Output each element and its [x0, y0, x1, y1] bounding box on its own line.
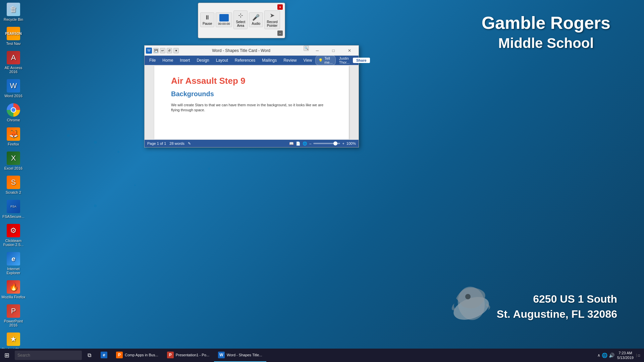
menu-review[interactable]: Review — [280, 56, 300, 65]
print-layout-icon[interactable]: 📄 — [296, 141, 301, 146]
word-document-subtitle: Backgrounds — [171, 90, 332, 98]
desktop-icon-test-nav[interactable]: PEARSON Test Nav — [0, 24, 27, 48]
desktop-icon-clickteam[interactable]: ⚙ Clickteam Fusion 2.5... — [0, 221, 27, 249]
menu-home[interactable]: Home — [159, 56, 176, 65]
recording-toolbar-close-button[interactable]: ✕ — [277, 4, 283, 10]
desktop-icon-recycle-bin[interactable]: 🗑 Recycle Bin — [0, 0, 27, 24]
zoom-out-button[interactable]: – — [309, 141, 311, 145]
taskbar-presentation-item[interactable]: P Presentation1 - Po... — [163, 349, 213, 362]
desktop-icon-ie[interactable]: e Internet Explorer — [0, 249, 27, 278]
word-close-button[interactable]: ✕ — [342, 46, 357, 56]
taskbar-word-icon: W — [218, 352, 225, 358]
word-window: W 💾 ↩ ↺ ▾ Word - Shapes Title Card - Wor… — [144, 45, 359, 147]
pause-label: Pause — [203, 22, 212, 25]
desktop-icon-fsa-secure[interactable]: FSA FSASecure... — [0, 197, 27, 221]
word-maximize-button[interactable]: □ — [326, 46, 341, 56]
test-nav-icon: PEARSON — [7, 27, 20, 40]
zoom-thumb — [333, 141, 337, 145]
desktop-icons-container: 🗑 Recycle Bin PEARSON Test Nav A AE Acce… — [0, 0, 27, 362]
taskbar-ie-icon[interactable]: e — [97, 349, 111, 362]
word-user-button[interactable]: Justin Thor... — [337, 56, 352, 64]
clickteam-icon: ⚙ — [7, 224, 20, 237]
menu-view[interactable]: View — [300, 56, 316, 65]
timer-display: 00:00:00 — [216, 12, 232, 27]
menu-mailings[interactable]: Mailings — [259, 56, 280, 65]
fsa-secure-icon: FSA — [7, 200, 20, 213]
word-search-button[interactable]: 🔍 — [304, 46, 309, 51]
taskbar-word-item[interactable]: W Word - Shapes Title... — [214, 349, 266, 362]
test-nav-label: Test Nav — [6, 42, 21, 46]
read-mode-icon[interactable]: 📖 — [289, 141, 294, 146]
chrome-label: Chrome — [7, 118, 20, 122]
taskbar-date: 5/13/2019 — [617, 355, 634, 360]
word-app-icon: W — [146, 48, 152, 54]
word-2016-icon: W — [7, 79, 20, 93]
start-icon: ⊞ — [4, 352, 9, 359]
lightbulb-icon: 💡 — [318, 58, 323, 63]
word-quick-save-button[interactable]: 💾 — [153, 48, 159, 53]
timer-icon — [219, 14, 229, 21]
desktop-icon-scratch-2[interactable]: S Scratch 2 — [0, 173, 27, 197]
taskbar-right: ∧ 🌐 🔊 7:23 AM 5/13/2019 □ — [593, 351, 644, 360]
word-titlebar: W 💾 ↩ ↺ ▾ Word - Shapes Title Card - Wor… — [145, 46, 359, 56]
word-share-button[interactable]: Share — [353, 58, 370, 63]
clickteam-label: Clickteam Fusion 2.5... — [1, 239, 25, 247]
menu-file[interactable]: File — [146, 56, 159, 65]
desktop-icon-chrome[interactable]: Chrome — [0, 101, 27, 125]
pause-button[interactable]: ⏸ Pause — [200, 12, 214, 27]
excel-2016-label: Excel 2016 — [4, 166, 22, 170]
menu-design[interactable]: Design — [193, 56, 212, 65]
show-desktop-button[interactable]: □ — [636, 354, 640, 357]
menu-insert[interactable]: Insert — [176, 56, 193, 65]
word-undo-button[interactable]: ↩ — [160, 48, 165, 53]
taskbar-clock[interactable]: 7:23 AM 5/13/2019 — [617, 351, 634, 360]
audio-label: Audio — [252, 22, 261, 25]
word-menu-right: 💡 Tell me... Justin Thor... Share — [315, 55, 370, 65]
web-layout-icon[interactable]: 🌐 — [303, 141, 307, 146]
excel-2016-icon: X — [7, 152, 20, 165]
recording-toolbar-minimize-button[interactable]: – — [277, 31, 283, 36]
taskbar-search-input[interactable] — [15, 351, 82, 360]
recycle-bin-label: Recycle Bin — [4, 17, 23, 21]
school-name: Gamble Rogers Middle School — [482, 13, 610, 52]
desktop-icon-word-2016[interactable]: W Word 2016 — [0, 76, 27, 101]
taskbar-word-label: Word - Shapes Title... — [227, 353, 262, 357]
menu-references[interactable]: References — [231, 56, 259, 65]
audio-button[interactable]: 🎤 Audio — [249, 12, 263, 27]
desktop-icon-excel-2016[interactable]: X Excel 2016 — [0, 149, 27, 173]
recording-toolbar-header: ✕ — [200, 4, 283, 10]
taskbar: ⊞ ⧉ e P Comp Apps in Bus... P Presentati… — [0, 349, 644, 362]
menu-layout[interactable]: Layout — [213, 56, 231, 65]
taskbar-comp-apps-item[interactable]: P Comp Apps in Bus... — [112, 349, 162, 362]
system-tray: ∧ 🌐 🔊 — [597, 353, 614, 358]
powerpoint-2016-label: PowerPoint 2016 — [1, 319, 25, 327]
word-minimize-button[interactable]: ─ — [310, 46, 325, 56]
desktop-icon-powerpoint-2016[interactable]: P PowerPoint 2016 — [0, 302, 27, 330]
zoom-level: 100% — [346, 141, 356, 145]
desktop-icon-mozilla-firefox[interactable]: 🔥 Mozilla Firefox — [0, 278, 27, 302]
ie-icon: e — [7, 252, 20, 265]
desktop-icon-firefox[interactable]: 🦊 Firefox — [0, 125, 27, 149]
word-statusbar-right: 📖 📄 🌐 – + 100% — [289, 141, 356, 146]
zoom-slider[interactable] — [313, 143, 340, 144]
timer-value: 00:00:00 — [218, 22, 230, 25]
word-redo-button[interactable]: ↺ — [167, 48, 172, 53]
zoom-in-button[interactable]: + — [342, 141, 344, 145]
chrome-icon — [7, 103, 20, 117]
task-view-button[interactable]: ⧉ — [83, 349, 95, 362]
word-customize-button[interactable]: ▾ — [173, 48, 179, 53]
tray-chevron[interactable]: ∧ — [597, 353, 600, 358]
tell-me-box[interactable]: 💡 Tell me... — [315, 55, 335, 65]
record-pointer-icon: ➤ — [270, 12, 275, 19]
school-mascot — [446, 278, 496, 328]
word-menubar: File Home Insert Design Layout Reference… — [145, 56, 359, 65]
scratch-2-icon: S — [7, 176, 20, 189]
tell-me-label: Tell me... — [324, 56, 332, 64]
recording-toolbar-bottom: – — [200, 31, 283, 36]
word-window-title: Word - Shapes Title Card - Word — [212, 48, 270, 53]
select-area-button[interactable]: ⊹ Select Area — [233, 10, 248, 29]
desktop-icon-access-2016[interactable]: A AE Access 2016 — [0, 48, 27, 76]
start-button[interactable]: ⊞ — [0, 349, 13, 362]
record-pointer-button[interactable]: ➤ Record Pointer — [264, 10, 280, 29]
access-2016-icon: A — [7, 51, 20, 64]
